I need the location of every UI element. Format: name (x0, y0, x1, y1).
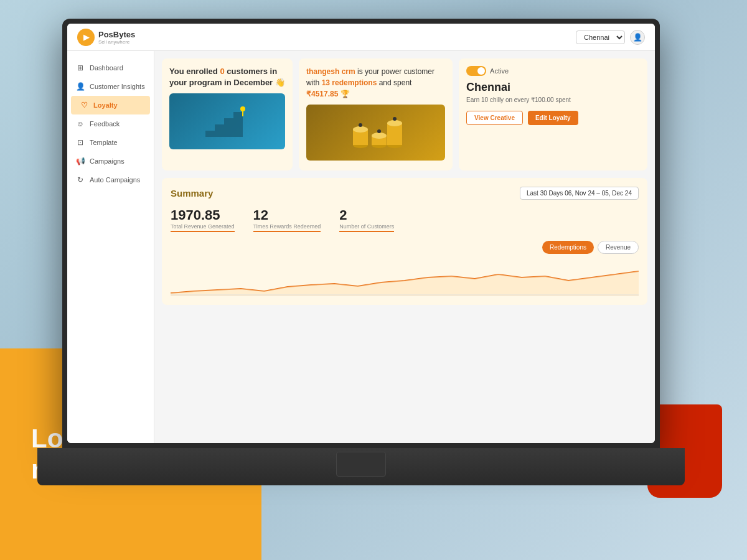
toggle-label: Active (490, 67, 509, 75)
svg-point-4 (240, 106, 245, 111)
program-name: Chennai (466, 81, 640, 94)
sidebar-item-template[interactable]: ⊡ Template (67, 133, 154, 152)
svg-rect-3 (233, 112, 243, 137)
customer-icon: 👤 (76, 82, 85, 91)
laptop-screen: ▶ PosBytes Sell anywhere Chennai Mumbai … (62, 19, 660, 448)
svg-point-14 (387, 120, 402, 126)
trackpad (336, 452, 386, 477)
sidebar-item-auto-campaigns[interactable]: ↻ Auto Campaigns (67, 170, 154, 189)
auto-campaigns-icon: ↻ (76, 175, 85, 184)
view-creative-button[interactable]: View Creative (466, 111, 523, 125)
summary-header-row: Summary Last 30 Days 06, Nov 24 – 05, De… (171, 187, 639, 200)
svg-point-15 (359, 123, 362, 127)
loyalty-program-card: Active Chennai Earn 10 chilly on every ₹… (459, 58, 647, 170)
enrolled-text: You enrolled 0 customers in your program… (169, 66, 285, 88)
sidebar-item-dashboard[interactable]: ⊞ Dashboard (67, 58, 154, 77)
power-customer-card-image (306, 105, 445, 161)
campaigns-icon: 📢 (76, 157, 85, 166)
stat-customers-label: Number of Customers (339, 223, 394, 232)
date-filter-button[interactable]: Last 30 Days 06, Nov 24 – 05, Dec 24 (520, 187, 639, 200)
svg-point-11 (372, 133, 387, 139)
stat-revenue-label: Total Revenue Generated (171, 223, 235, 232)
stat-revenue: 1970.85 Total Revenue Generated (171, 207, 235, 232)
header-right: Chennai Mumbai Delhi 👤 (576, 30, 645, 45)
summary-section: Summary Last 30 Days 06, Nov 24 – 05, De… (162, 178, 647, 305)
toggle-row: Active (466, 66, 640, 76)
feedback-icon: ☺ (76, 119, 85, 128)
svg-rect-0 (205, 131, 215, 137)
sidebar: ⊞ Dashboard 👤 Customer Insights ♡ Loyalt… (67, 51, 154, 443)
stat-customers-value: 2 (339, 207, 394, 223)
stat-revenue-value: 1970.85 (171, 207, 235, 223)
sidebar-item-feedback[interactable]: ☺ Feedback (67, 114, 154, 133)
app-screen: ▶ PosBytes Sell anywhere Chennai Mumbai … (67, 24, 655, 443)
edit-loyalty-button[interactable]: Edit Loyalty (528, 111, 578, 125)
chart-area (171, 259, 639, 296)
program-description: Earn 10 chilly on every ₹100.00 spent (466, 96, 640, 103)
info-cards-row: You enrolled 0 customers in your program… (162, 58, 647, 170)
logo-title: PosBytes (98, 30, 135, 39)
enrolled-card: You enrolled 0 customers in your program… (162, 58, 293, 170)
svg-point-17 (393, 117, 397, 121)
sidebar-item-campaigns[interactable]: 📢 Campaigns (67, 152, 154, 170)
summary-title: Summary (171, 188, 213, 198)
app-body: ⊞ Dashboard 👤 Customer Insights ♡ Loyalt… (67, 51, 655, 443)
stat-redemptions: 12 Times Rewards Redeemed (253, 207, 321, 232)
chart-controls: Redemptions Revenue (171, 241, 639, 254)
location-select[interactable]: Chennai Mumbai Delhi (576, 30, 625, 44)
svg-rect-2 (224, 118, 233, 137)
card-actions: View Creative Edit Loyalty (466, 111, 640, 125)
enrolled-card-image (169, 93, 285, 149)
active-toggle[interactable] (466, 66, 486, 76)
stat-customers: 2 Number of Customers (339, 207, 394, 232)
main-content: You enrolled 0 customers in your program… (154, 51, 655, 443)
svg-rect-13 (387, 123, 402, 145)
template-icon: ⊡ (76, 138, 85, 147)
dashboard-icon: ⊞ (76, 63, 85, 72)
summary-stats: 1970.85 Total Revenue Generated 12 Times… (171, 207, 639, 232)
user-profile-button[interactable]: 👤 (630, 30, 645, 45)
power-customer-text: thangesh crm is your power customer with… (306, 66, 445, 100)
svg-point-8 (353, 126, 368, 133)
laptop-base (37, 448, 685, 485)
logo: ▶ PosBytes Sell anywhere (77, 29, 135, 46)
sidebar-item-loyalty[interactable]: ♡ Loyalty (71, 96, 150, 114)
logo-icon: ▶ (77, 29, 95, 46)
sidebar-item-customer-insights[interactable]: 👤 Customer Insights (67, 77, 154, 96)
loyalty-icon: ♡ (80, 101, 88, 110)
logo-subtitle: Sell anywhere (98, 39, 135, 45)
app-header: ▶ PosBytes Sell anywhere Chennai Mumbai … (67, 24, 655, 51)
stat-redemptions-label: Times Rewards Redeemed (253, 223, 321, 232)
svg-marker-18 (171, 271, 639, 296)
svg-rect-1 (215, 124, 224, 137)
redemptions-chart-button[interactable]: Redemptions (542, 241, 594, 254)
revenue-chart-button[interactable]: Revenue (598, 241, 639, 254)
logo-text: PosBytes Sell anywhere (98, 30, 135, 45)
laptop-frame: ▶ PosBytes Sell anywhere Chennai Mumbai … (37, 19, 685, 485)
power-customer-card: thangesh crm is your power customer with… (299, 58, 453, 170)
svg-point-16 (377, 129, 381, 133)
stat-redemptions-value: 12 (253, 207, 321, 223)
chart-svg (171, 259, 639, 296)
